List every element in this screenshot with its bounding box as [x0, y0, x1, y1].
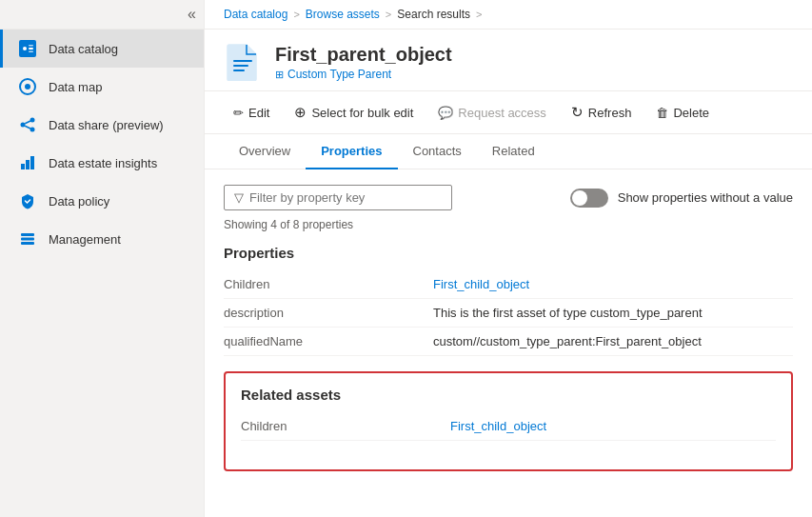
edit-label: Edit: [248, 106, 269, 120]
chat-icon: 💬: [438, 106, 453, 120]
svg-rect-4: [29, 51, 33, 53]
request-access-button[interactable]: 💬 Request access: [428, 101, 556, 125]
data-catalog-icon: [18, 39, 37, 58]
sidebar-item-data-share[interactable]: Data share (preview): [0, 106, 204, 144]
toggle-label: Show properties without a value: [618, 190, 793, 205]
sidebar-item-data-policy[interactable]: Data policy: [0, 182, 204, 220]
related-prop-key-children: Children: [241, 412, 450, 441]
tab-related[interactable]: Related: [477, 134, 550, 169]
sidebar: « Data catalog Data map: [0, 0, 205, 517]
properties-table: Children First_child_object description …: [224, 270, 793, 356]
data-share-icon: [18, 115, 37, 134]
tab-contacts[interactable]: Contacts: [398, 134, 477, 169]
svg-rect-12: [21, 164, 25, 169]
asset-title-block: First_parent_object ⊞ Custom Type Parent: [275, 43, 452, 81]
filter-icon: ▽: [234, 190, 244, 205]
prop-value-description: This is the first asset of type custom_t…: [433, 299, 793, 328]
properties-section-title: Properties: [224, 245, 793, 261]
asset-title: First_parent_object: [275, 43, 452, 66]
svg-rect-3: [29, 45, 33, 47]
sidebar-item-data-estate[interactable]: Data estate insights: [0, 144, 204, 182]
svg-point-8: [21, 123, 26, 128]
prop-value-qualifiedname: custom//custom_type_parent:First_parent_…: [433, 328, 793, 356]
svg-line-11: [25, 126, 30, 129]
delete-button[interactable]: 🗑 Delete: [646, 101, 719, 125]
svg-rect-19: [233, 65, 248, 67]
svg-rect-18: [233, 60, 252, 62]
plus-icon: ⊕: [294, 104, 307, 121]
trash-icon: 🗑: [656, 106, 668, 120]
sidebar-collapse-button[interactable]: «: [188, 6, 196, 23]
management-icon: [18, 229, 37, 249]
svg-rect-14: [30, 156, 34, 169]
toolbar: ✏ Edit ⊕ Select for bulk edit 💬 Request …: [205, 91, 812, 134]
tabs-container: Overview Properties Contacts Related: [205, 134, 812, 169]
refresh-icon: ↻: [571, 104, 584, 121]
filter-row: ▽ Show properties without a value: [224, 185, 793, 210]
sidebar-item-label-data-map: Data map: [49, 80, 102, 94]
toggle-wrap: Show properties without a value: [570, 189, 793, 208]
tab-overview[interactable]: Overview: [224, 134, 306, 169]
svg-rect-20: [233, 70, 245, 71]
sidebar-item-label-management: Management: [49, 232, 121, 247]
breadcrumb-sep-3: >: [476, 9, 482, 20]
sidebar-item-management[interactable]: Management: [0, 220, 204, 258]
svg-rect-15: [21, 233, 34, 236]
breadcrumb-data-catalog[interactable]: Data catalog: [224, 8, 287, 21]
breadcrumb-sep-2: >: [386, 9, 391, 20]
sidebar-item-label-data-share: Data share (preview): [49, 118, 164, 132]
svg-rect-0: [19, 40, 36, 57]
sidebar-item-label-data-catalog: Data catalog: [49, 42, 118, 56]
prop-value-children: First_child_object: [433, 270, 793, 299]
toggle-show-without-value[interactable]: [570, 189, 608, 208]
related-prop-link-children[interactable]: First_child_object: [450, 419, 546, 433]
delete-label: Delete: [673, 106, 709, 120]
sidebar-item-data-map[interactable]: Data map: [0, 68, 204, 106]
table-row: description This is the first asset of t…: [224, 299, 793, 328]
prop-key-children: Children: [224, 270, 433, 299]
edit-button[interactable]: ✏ Edit: [224, 101, 279, 125]
table-row: Children First_child_object: [241, 412, 776, 441]
asset-subtitle[interactable]: ⊞ Custom Type Parent: [275, 68, 452, 81]
asset-header: First_parent_object ⊞ Custom Type Parent: [205, 30, 812, 91]
file-icon: [224, 43, 262, 81]
svg-rect-16: [21, 238, 34, 241]
refresh-label: Refresh: [588, 106, 632, 120]
svg-rect-17: [21, 242, 34, 245]
svg-point-6: [25, 84, 30, 89]
breadcrumb-browse-assets[interactable]: Browse assets: [306, 8, 380, 21]
related-prop-value-children: First_child_object: [450, 412, 776, 441]
breadcrumb: Data catalog > Browse assets > Search re…: [205, 0, 812, 30]
svg-point-1: [23, 47, 27, 50]
filter-input[interactable]: [249, 190, 442, 205]
select-bulk-button[interactable]: ⊕ Select for bulk edit: [285, 99, 423, 126]
sidebar-item-data-catalog[interactable]: Data catalog: [0, 30, 204, 68]
table-row: qualifiedName custom//custom_type_parent…: [224, 328, 793, 356]
showing-text: Showing 4 of 8 properties: [224, 218, 793, 231]
sidebar-item-label-data-estate: Data estate insights: [49, 156, 157, 170]
select-bulk-label: Select for bulk edit: [311, 106, 413, 120]
prop-key-qualifiedname: qualifiedName: [224, 328, 433, 356]
prop-key-description: description: [224, 299, 433, 328]
svg-point-7: [30, 118, 35, 123]
tag-icon: ⊞: [275, 69, 284, 81]
properties-section: Properties Children First_child_object d…: [224, 245, 793, 356]
tab-properties[interactable]: Properties: [306, 134, 397, 169]
refresh-button[interactable]: ↻ Refresh: [562, 99, 642, 126]
data-map-icon: [18, 77, 37, 96]
table-row: Children First_child_object: [224, 270, 793, 299]
related-assets-box: Related assets Children First_child_obje…: [224, 371, 793, 471]
breadcrumb-search-results: Search results: [397, 8, 470, 21]
sidebar-item-label-data-policy: Data policy: [49, 194, 109, 209]
pencil-icon: ✏: [233, 106, 244, 120]
data-estate-icon: [18, 153, 37, 172]
breadcrumb-sep-1: >: [293, 9, 299, 20]
content-area: ▽ Show properties without a value Showin…: [205, 169, 812, 517]
prop-link-children[interactable]: First_child_object: [433, 277, 529, 291]
asset-subtitle-text: Custom Type Parent: [287, 68, 391, 81]
related-assets-title: Related assets: [241, 387, 776, 403]
request-access-label: Request access: [458, 106, 546, 120]
svg-line-10: [25, 121, 30, 124]
toggle-knob: [572, 190, 587, 206]
filter-input-wrap[interactable]: ▽: [224, 185, 452, 210]
